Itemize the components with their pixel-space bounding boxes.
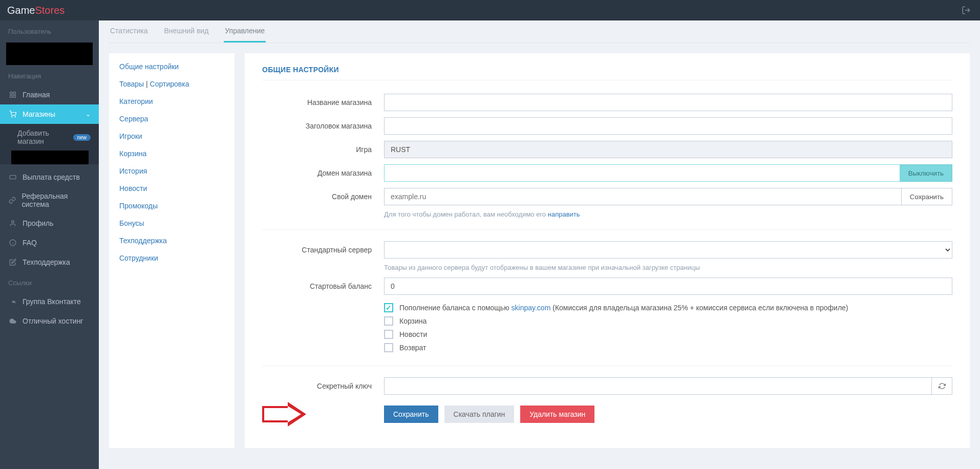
link-vk-label: Группа Вконтакте <box>23 297 81 306</box>
tab-manage[interactable]: Управление <box>224 27 266 42</box>
nav-referral[interactable]: Реферальная система <box>0 187 99 214</box>
nav-add-shop-label: Добавить магазин <box>17 129 69 145</box>
nav-add-shop[interactable]: Добавить магазин new <box>0 124 99 151</box>
label-shop-title: Заголовок магазина <box>262 122 384 130</box>
submenu-categories[interactable]: Категории <box>119 97 224 105</box>
check-skinpay-post: (Комиссия для владельца магазина 25% + к… <box>550 304 848 312</box>
grid-icon <box>8 90 17 99</box>
sidebar-section-links: Ссылки <box>0 272 99 292</box>
save-button[interactable]: Сохранить <box>384 406 438 423</box>
nav-payout[interactable]: Выплата средств <box>0 167 99 187</box>
link-vk[interactable]: Группа Вконтакте <box>0 292 99 311</box>
submenu-sorting[interactable]: Сортировка <box>150 80 189 88</box>
link-hosting[interactable]: Отличный хостинг <box>0 311 99 331</box>
submenu-history[interactable]: История <box>119 167 224 175</box>
tab-stats[interactable]: Статистика <box>109 27 149 42</box>
nav-shops[interactable]: Магазины ⌄ <box>0 104 99 124</box>
cloud-icon <box>8 316 17 326</box>
submenu-cart[interactable]: Корзина <box>119 150 224 158</box>
nav-home[interactable]: Главная <box>0 85 99 104</box>
select-default-server[interactable] <box>384 241 952 259</box>
nav-shops-label: Магазины <box>23 110 55 118</box>
tabs: Статистика Внешний вид Управление <box>109 27 970 43</box>
label-shop-domain: Домен магазина <box>262 169 384 177</box>
disable-domain-button[interactable]: Выключить <box>900 164 952 182</box>
nav-profile[interactable]: Профиль <box>0 214 99 233</box>
sidebar-section-nav: Навигация <box>0 65 99 85</box>
skinpay-link[interactable]: skinpay.com <box>512 304 551 312</box>
help-server: Товары из данного сервера будут отображе… <box>384 264 952 271</box>
tab-appearance[interactable]: Внешний вид <box>163 27 210 42</box>
nav-referral-label: Реферальная система <box>22 192 91 208</box>
nav-faq[interactable]: FAQ <box>0 233 99 252</box>
topbar: GameStores <box>0 0 980 20</box>
help-domain-pre: Для того чтобы домен работал, вам необхо… <box>384 210 548 218</box>
submenu-staff[interactable]: Сотрудники <box>119 254 224 262</box>
wallet-icon <box>8 173 17 182</box>
refresh-key-button[interactable] <box>932 377 952 395</box>
label-own-domain: Свой домен <box>262 193 384 201</box>
svg-rect-2 <box>13 92 15 94</box>
chevron-down-icon: ⌄ <box>86 111 91 118</box>
main-content: Статистика Внешний вид Управление Общие … <box>99 0 980 469</box>
logout-icon[interactable] <box>962 6 971 15</box>
check-refund-label: Возврат <box>399 344 427 352</box>
submenu-news[interactable]: Новости <box>119 184 224 193</box>
sidebar-section-user: Пользователь <box>0 20 99 40</box>
submenu-servers[interactable]: Сервера <box>119 115 224 123</box>
help-domain-link[interactable]: направить <box>548 210 580 218</box>
logo-part1: Game <box>7 5 35 16</box>
link-hosting-label: Отличный хостинг <box>23 317 83 325</box>
checkbox-cart[interactable] <box>384 316 393 326</box>
checkbox-refund[interactable] <box>384 343 393 352</box>
settings-card: ОБЩИЕ НАСТРОЙКИ Название магазина Заголо… <box>245 53 970 448</box>
check-skinpay-text: Пополнение баланса с помощью skinpay.com… <box>399 304 848 312</box>
download-plugin-button[interactable]: Скачать плагин <box>444 406 515 423</box>
submenu-players[interactable]: Игроки <box>119 132 224 140</box>
annotation-arrow <box>262 404 318 424</box>
svg-rect-3 <box>10 95 12 97</box>
input-start-balance[interactable] <box>384 278 952 295</box>
input-shop-title[interactable] <box>384 117 952 135</box>
label-shop-name: Название магазина <box>262 98 384 106</box>
submenu-general[interactable]: Общие настройки <box>119 62 224 71</box>
nav-shops-submenu: Добавить магазин new <box>0 124 99 164</box>
submenu-goods[interactable]: Товары <box>119 80 144 88</box>
user-avatar-box[interactable] <box>6 42 93 65</box>
nav-support[interactable]: Техподдержка <box>0 252 99 272</box>
input-secret-key[interactable] <box>384 377 932 395</box>
edit-icon <box>8 258 17 267</box>
svg-rect-4 <box>13 95 15 97</box>
submenu-sep: | <box>144 80 150 88</box>
check-cart-label: Корзина <box>399 317 427 325</box>
link-icon <box>8 196 16 205</box>
svg-point-5 <box>12 117 12 117</box>
submenu-support[interactable]: Техподдержка <box>119 237 224 245</box>
delete-shop-button[interactable]: Удалить магазин <box>520 406 594 423</box>
logo[interactable]: GameStores <box>7 5 65 16</box>
submenu-promo[interactable]: Промокоды <box>119 202 224 210</box>
input-shop-domain[interactable] <box>384 164 900 182</box>
check-cart-row[interactable]: Корзина <box>384 314 952 328</box>
info-icon <box>8 238 17 247</box>
nav-home-label: Главная <box>23 91 50 99</box>
input-own-domain[interactable] <box>384 188 902 205</box>
nav-profile-label: Профиль <box>23 219 53 227</box>
check-skinpay-row[interactable]: Пополнение баланса с помощью skinpay.com… <box>384 301 952 314</box>
nav-current-shop[interactable] <box>11 151 89 164</box>
svg-rect-1 <box>10 92 12 94</box>
input-game <box>384 141 952 158</box>
submenu-bonuses[interactable]: Бонусы <box>119 219 224 227</box>
check-refund-row[interactable]: Возврат <box>384 341 952 354</box>
save-domain-button[interactable]: Сохранить <box>902 188 952 205</box>
svg-point-8 <box>12 221 14 223</box>
check-news-row[interactable]: Новости <box>384 328 952 341</box>
label-start-balance: Стартовый баланс <box>262 282 384 290</box>
checkbox-skinpay[interactable] <box>384 303 393 312</box>
refresh-icon <box>939 382 946 390</box>
svg-point-6 <box>15 117 15 117</box>
input-shop-name[interactable] <box>384 94 952 111</box>
submenu-card: Общие настройки Товары | Сортировка Кате… <box>109 53 235 448</box>
section-title: ОБЩИЕ НАСТРОЙКИ <box>262 66 952 80</box>
checkbox-news[interactable] <box>384 330 393 339</box>
